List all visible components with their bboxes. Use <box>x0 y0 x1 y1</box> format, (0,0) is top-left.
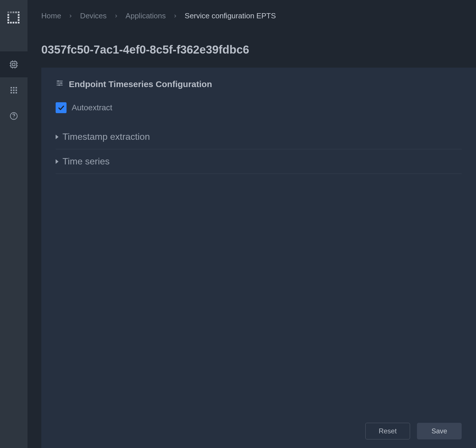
chevron-right-icon <box>68 13 73 19</box>
main-area: Home Devices Applications Service config… <box>28 0 476 448</box>
svg-rect-14 <box>7 17 9 18</box>
breadcrumb: Home Devices Applications Service config… <box>28 0 476 26</box>
logo-cell <box>0 0 28 52</box>
svg-rect-32 <box>11 92 12 93</box>
svg-rect-31 <box>15 90 17 91</box>
section-timestamp-extraction[interactable]: Timestamp extraction <box>56 125 462 149</box>
checkbox-checked-icon <box>56 102 67 113</box>
autoextract-label: Autoextract <box>72 103 112 112</box>
svg-rect-10 <box>13 22 14 23</box>
svg-rect-3 <box>15 11 17 13</box>
svg-rect-13 <box>7 19 9 21</box>
svg-rect-1 <box>10 11 12 13</box>
sidebar-item-applications[interactable] <box>0 77 28 103</box>
svg-rect-5 <box>18 14 19 16</box>
svg-rect-8 <box>18 22 19 23</box>
section-time-series[interactable]: Time series <box>56 149 462 174</box>
svg-point-36 <box>13 118 14 118</box>
svg-rect-16 <box>11 62 17 67</box>
breadcrumb-devices[interactable]: Devices <box>80 11 106 20</box>
svg-rect-17 <box>13 63 15 66</box>
panel-heading-text: Endpoint Timeseries Configuration <box>69 79 212 89</box>
svg-rect-28 <box>15 87 17 89</box>
panel-footer: Reset Save <box>56 414 462 439</box>
svg-rect-33 <box>13 92 15 93</box>
section-label: Timestamp extraction <box>63 131 150 142</box>
sidebar-item-devices[interactable] <box>0 52 28 77</box>
breadcrumb-current: Service configuration EPTS <box>185 11 276 20</box>
svg-rect-26 <box>11 87 12 89</box>
svg-rect-29 <box>11 90 12 91</box>
svg-rect-40 <box>58 80 59 82</box>
sidebar-item-help[interactable] <box>0 103 28 129</box>
save-button[interactable]: Save <box>417 423 462 439</box>
panel-header: Endpoint Timeseries Configuration <box>56 79 462 89</box>
grid-icon <box>9 86 18 95</box>
svg-rect-12 <box>7 22 9 23</box>
svg-rect-4 <box>18 11 19 13</box>
svg-rect-11 <box>10 22 12 23</box>
svg-rect-34 <box>15 92 17 93</box>
autoextract-checkbox[interactable]: Autoextract <box>56 102 462 113</box>
reset-button[interactable]: Reset <box>365 423 410 439</box>
brand-logo-icon <box>7 11 20 24</box>
sliders-icon <box>56 79 64 89</box>
svg-rect-7 <box>18 19 19 21</box>
svg-rect-0 <box>7 11 9 13</box>
page-title: 0357fc50-7ac1-4ef0-8c5f-f362e39fdbc6 <box>28 26 476 68</box>
config-panel: Endpoint Timeseries Configuration Autoex… <box>41 68 476 448</box>
chip-icon <box>9 60 19 69</box>
svg-rect-42 <box>59 85 60 86</box>
svg-rect-41 <box>61 82 62 84</box>
svg-rect-27 <box>13 87 15 89</box>
svg-rect-6 <box>18 17 19 18</box>
svg-rect-30 <box>13 90 15 91</box>
breadcrumb-applications[interactable]: Applications <box>126 11 166 20</box>
chevron-right-icon <box>114 13 119 19</box>
caret-right-icon <box>56 135 58 139</box>
caret-right-icon <box>56 159 58 164</box>
svg-rect-2 <box>13 11 14 13</box>
svg-rect-15 <box>7 14 9 16</box>
section-label: Time series <box>63 156 110 167</box>
help-icon <box>9 111 18 121</box>
breadcrumb-home[interactable]: Home <box>41 11 61 20</box>
sidebar <box>0 0 28 448</box>
chevron-right-icon <box>173 13 178 19</box>
svg-rect-9 <box>15 22 17 23</box>
